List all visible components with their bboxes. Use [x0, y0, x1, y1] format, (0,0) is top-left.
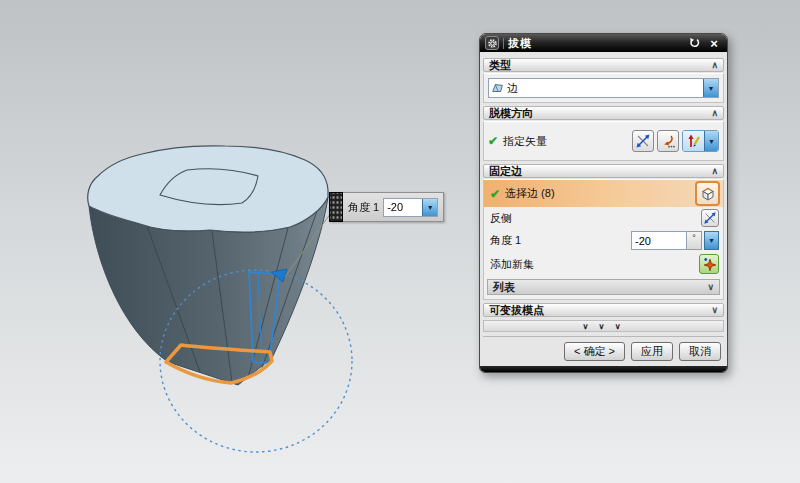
type-panel: 边 ▼ — [483, 73, 724, 103]
add-new-set-button[interactable] — [699, 254, 719, 274]
titlebar-separator — [503, 38, 504, 49]
chevron-down-icon[interactable]: ∨ — [707, 282, 714, 292]
type-dropdown-value: 边 — [507, 81, 703, 96]
more-options-expander[interactable]: ∨ ∨ ∨ — [483, 320, 724, 332]
angle-row: 角度 1 ° ▼ — [484, 229, 723, 252]
vector-dialog-split-button[interactable]: ▼ — [682, 130, 719, 152]
reverse-direction-icon — [635, 133, 651, 149]
floating-angle-widget[interactable]: 角度 1 ▼ — [329, 192, 444, 222]
edge-type-icon — [489, 81, 507, 95]
dialog-footer: < 确定 > 应用 取消 — [483, 336, 724, 366]
angle-input-group: ° ▼ — [631, 231, 719, 250]
list-expander[interactable]: 列表 ∨ — [487, 279, 720, 295]
cancel-button[interactable]: 取消 — [679, 342, 721, 361]
reverse-direction-icon — [703, 211, 717, 225]
select-edge-row[interactable]: ✔ 选择边 (8) — [484, 180, 723, 207]
list-label: 列表 — [493, 280, 515, 295]
floating-angle-box: ▼ — [383, 198, 438, 217]
gear-icon[interactable] — [485, 36, 499, 50]
dialog-titlebar[interactable]: 拔模 × — [480, 34, 727, 52]
floating-angle-dropdown-icon[interactable]: ▼ — [422, 199, 437, 216]
add-set-row: 添加新集 — [484, 252, 723, 276]
reverse-side-button[interactable] — [701, 209, 719, 227]
angle-label: 角度 1 — [490, 233, 631, 248]
section-title-type: 类型 — [489, 58, 511, 73]
specify-vector-row: ✔ 指定矢量 — [484, 122, 723, 160]
graphics-viewport[interactable]: 角度 1 ▼ 拔模 × — [0, 0, 800, 483]
reverse-side-row: 反侧 — [484, 207, 723, 229]
floating-angle-label: 角度 1 — [348, 200, 379, 215]
chevron-up-icon[interactable]: ∧ — [711, 108, 718, 118]
inferred-vector-icon — [660, 133, 676, 149]
dialog-title: 拔模 — [508, 36, 682, 51]
inferred-vector-button[interactable] — [657, 130, 679, 152]
type-dropdown-arrow-icon[interactable]: ▼ — [703, 79, 718, 97]
vector-dialog-icon[interactable] — [683, 131, 704, 151]
check-icon: ✔ — [488, 134, 498, 148]
reverse-vector-button[interactable] — [632, 130, 654, 152]
add-set-label: 添加新集 — [490, 257, 699, 272]
section-title-fixed-edge: 固定边 — [489, 164, 522, 179]
section-header-direction[interactable]: 脱模方向 ∧ — [483, 106, 724, 120]
type-dropdown[interactable]: 边 ▼ — [488, 78, 719, 98]
angle-unit: ° — [687, 231, 702, 250]
fixed-edge-panel: ✔ 选择边 (8) 反侧 — [483, 179, 724, 300]
model-top-face[interactable] — [88, 146, 328, 232]
chevron-up-icon[interactable]: ∧ — [711, 60, 718, 70]
specify-vector-label: 指定矢量 — [503, 134, 629, 149]
floating-angle-panel: 角度 1 ▼ — [343, 192, 444, 222]
floating-angle-input[interactable] — [384, 201, 422, 213]
section-header-fixed-edge[interactable]: 固定边 ∧ — [483, 164, 724, 178]
section-header-variable-points[interactable]: 可变拔模点 ∨ — [483, 303, 724, 317]
chevron-up-icon[interactable]: ∧ — [711, 166, 718, 176]
check-icon: ✔ — [490, 187, 500, 201]
angle-dropdown-icon[interactable]: ▼ — [704, 231, 719, 250]
dialog-bottom-edge — [480, 366, 727, 372]
close-icon[interactable]: × — [706, 36, 722, 50]
ok-button[interactable]: < 确定 > — [564, 342, 625, 361]
angle-input[interactable] — [631, 231, 687, 250]
draft-dialog: 拔模 × 类型 ∧ — [479, 33, 728, 373]
dialog-body: 类型 ∧ 边 ▼ 脱模方向 ∧ — [480, 52, 727, 366]
add-set-star-icon — [701, 256, 717, 272]
section-title-direction: 脱模方向 — [489, 106, 533, 121]
select-edge-label: 选择边 (8) — [505, 186, 695, 201]
cube-icon — [699, 185, 717, 203]
vector-options-dropdown-icon[interactable]: ▼ — [704, 131, 718, 151]
reverse-side-label: 反侧 — [490, 211, 701, 226]
drag-handle-icon[interactable] — [329, 192, 343, 222]
chevron-down-icon[interactable]: ∨ — [711, 305, 718, 315]
edge-selection-button[interactable] — [695, 181, 720, 206]
reset-icon[interactable] — [686, 36, 702, 50]
section-title-variable-points: 可变拔模点 — [489, 303, 544, 318]
apply-button[interactable]: 应用 — [631, 342, 673, 361]
direction-panel: ✔ 指定矢量 — [483, 121, 724, 161]
section-header-type[interactable]: 类型 ∧ — [483, 58, 724, 72]
